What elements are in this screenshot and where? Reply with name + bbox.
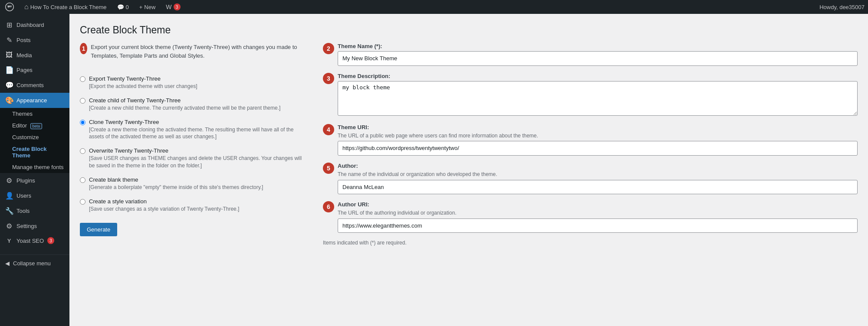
- wp-logo[interactable]: [3, 3, 16, 11]
- radio-overwrite-desc: [Save USER changes as THEME changes and …: [89, 155, 306, 170]
- sidebar-item-media[interactable]: 🖼 Media: [0, 48, 69, 62]
- author-group: 5 Author: The name of the individual or …: [323, 163, 858, 194]
- theme-desc-label: Theme Description:: [338, 73, 858, 79]
- posts-icon: ✎: [5, 36, 13, 44]
- theme-uri-label: Theme URI:: [338, 124, 858, 130]
- radio-option-child: Create child of Twenty Twenty-Three [Cre…: [80, 97, 306, 112]
- radio-style-variation[interactable]: [80, 199, 85, 205]
- author-hint: The name of the individual or organizati…: [338, 171, 858, 178]
- radio-blank[interactable]: [80, 177, 85, 183]
- collapse-label: Collapse menu: [13, 260, 51, 267]
- notifications-button[interactable]: W 3: [164, 3, 182, 10]
- media-icon: 🖼: [5, 51, 13, 59]
- sidebar-item-settings[interactable]: ⚙ Settings: [0, 218, 69, 234]
- sidebar-item-label: Posts: [16, 37, 31, 43]
- comments-link[interactable]: 💬 0: [115, 4, 131, 10]
- theme-desc-textarea[interactable]: my block theme: [338, 81, 858, 116]
- sidebar-subitem-manage-fonts[interactable]: Manage theme fonts: [0, 161, 69, 173]
- sidebar-item-label: Media: [16, 52, 32, 59]
- theme-name-input[interactable]: [338, 51, 858, 66]
- sidebar-item-appearance[interactable]: 🎨 Appearance: [0, 93, 69, 108]
- author-uri-group: 6 Author URI: The URL of the authoring i…: [323, 201, 858, 233]
- sidebar-item-dashboard[interactable]: ⊞ Dashboard: [0, 17, 69, 33]
- theme-uri-hint: The URL of a public web page where users…: [338, 132, 858, 140]
- radio-export-label: Export Twenty Twenty-Three: [89, 75, 197, 82]
- users-icon: 👤: [5, 192, 13, 200]
- dashboard-icon: ⊞: [5, 21, 13, 29]
- radio-option-style-variation: Create a style variation [Save user chan…: [80, 198, 306, 213]
- yoast-icon: Y: [5, 238, 13, 244]
- step-3-badge: 3: [323, 73, 334, 84]
- radio-option-blank: Create blank theme [Generate a boilerpla…: [80, 176, 306, 191]
- site-name[interactable]: ⌂ How To Create a Block Theme: [23, 3, 108, 11]
- step-1-badge: 1: [80, 43, 87, 54]
- step-5-badge: 5: [323, 163, 334, 174]
- sidebar-item-plugins[interactable]: ⚙ Plugins: [0, 173, 69, 188]
- sidebar-item-yoast[interactable]: Y Yoast SEO 3: [0, 234, 69, 248]
- sidebar-item-users[interactable]: 👤 Users: [0, 188, 69, 203]
- radio-blank-desc: [Generate a boilerplate "empty" theme in…: [89, 184, 263, 191]
- author-uri-label: Author URI:: [338, 201, 858, 208]
- tools-icon: 🔧: [5, 207, 13, 215]
- sidebar: ⊞ Dashboard ✎ Posts 🖼 Media 📄 Pages 💬 Co…: [0, 14, 69, 326]
- settings-icon: ⚙: [5, 222, 13, 230]
- sidebar-subitem-customize[interactable]: Customize: [0, 131, 69, 143]
- radio-child-desc: [Create a new child theme. The currently…: [89, 104, 280, 112]
- radio-child[interactable]: [80, 98, 85, 104]
- radio-clone[interactable]: [80, 120, 85, 125]
- plugins-icon: ⚙: [5, 176, 13, 185]
- appearance-submenu: Themes Editor beta Customize Create Bloc…: [0, 108, 69, 173]
- new-content-button[interactable]: + New: [138, 4, 158, 10]
- theme-uri-input[interactable]: [338, 141, 858, 156]
- radio-style-desc: [Save user changes as a style variation …: [89, 205, 239, 213]
- appearance-icon: 🎨: [5, 96, 13, 104]
- theme-name-label: Theme Name (*):: [338, 43, 858, 49]
- sidebar-item-label: Appearance: [16, 97, 47, 104]
- sidebar-item-label: Users: [16, 192, 31, 199]
- radio-child-label: Create child of Twenty Twenty-Three: [89, 97, 280, 104]
- theme-name-group: 2 Theme Name (*):: [323, 43, 858, 66]
- sidebar-subitem-editor[interactable]: Editor beta: [0, 120, 69, 131]
- author-uri-hint: The URL of the authoring individual or o…: [338, 209, 858, 217]
- radio-style-label: Create a style variation: [89, 198, 239, 205]
- author-input[interactable]: [338, 180, 858, 195]
- collapse-menu-button[interactable]: ◀ Collapse menu: [5, 258, 64, 268]
- radio-export[interactable]: [80, 76, 85, 82]
- sidebar-item-posts[interactable]: ✎ Posts: [0, 33, 69, 48]
- sidebar-item-pages[interactable]: 📄 Pages: [0, 62, 69, 78]
- pages-icon: 📄: [5, 66, 13, 74]
- sidebar-item-label: Settings: [16, 223, 37, 229]
- admin-bar: ⌂ How To Create a Block Theme 💬 0 + New …: [0, 0, 868, 14]
- beta-badge: beta: [30, 123, 43, 129]
- sidebar-item-label: Comments: [16, 82, 44, 88]
- theme-uri-group: 4 Theme URI: The URL of a public web pag…: [323, 124, 858, 156]
- sidebar-item-comments[interactable]: 💬 Comments: [0, 78, 69, 93]
- sidebar-item-label: Pages: [16, 67, 33, 73]
- radio-export-desc: [Export the activated theme with user ch…: [89, 83, 197, 90]
- sidebar-item-label: Yoast SEO: [16, 238, 44, 244]
- required-note: Items indicated with (*) are required.: [323, 240, 858, 246]
- step-6-badge: 6: [323, 201, 334, 212]
- sidebar-item-tools[interactable]: 🔧 Tools: [0, 203, 69, 218]
- sidebar-item-label: Dashboard: [16, 22, 44, 28]
- radio-clone-desc: [Create a new theme cloning the activate…: [89, 126, 306, 141]
- radio-option-clone: Clone Twenty Twenty-Three [Create a new …: [80, 119, 306, 141]
- radio-overwrite-label: Overwrite Twenty Twenty-Three: [89, 147, 306, 154]
- left-panel: 1 Export your current block theme (Twent…: [80, 43, 306, 236]
- sidebar-subitem-themes[interactable]: Themes: [0, 108, 69, 120]
- theme-desc-group: 3 Theme Description: my block theme: [323, 73, 858, 117]
- author-uri-input[interactable]: [338, 218, 858, 233]
- notifications-badge: 3: [174, 3, 181, 10]
- main-content: Create Block Theme 1 Export your current…: [69, 14, 868, 326]
- radio-overwrite[interactable]: [80, 148, 85, 154]
- radio-blank-label: Create blank theme: [89, 176, 263, 183]
- right-panel: 2 Theme Name (*): 3 Theme Description: m…: [323, 43, 858, 246]
- step-2-badge: 2: [323, 43, 334, 54]
- user-greeting: Howdy, dee35007: [819, 4, 865, 10]
- radio-clone-label: Clone Twenty Twenty-Three: [89, 119, 306, 125]
- comments-icon: 💬: [5, 81, 13, 89]
- sidebar-subitem-create-block-theme[interactable]: Create Block Theme: [0, 143, 69, 161]
- collapse-icon: ◀: [5, 260, 10, 267]
- generate-button[interactable]: Generate: [80, 223, 117, 236]
- author-label: Author:: [338, 163, 858, 169]
